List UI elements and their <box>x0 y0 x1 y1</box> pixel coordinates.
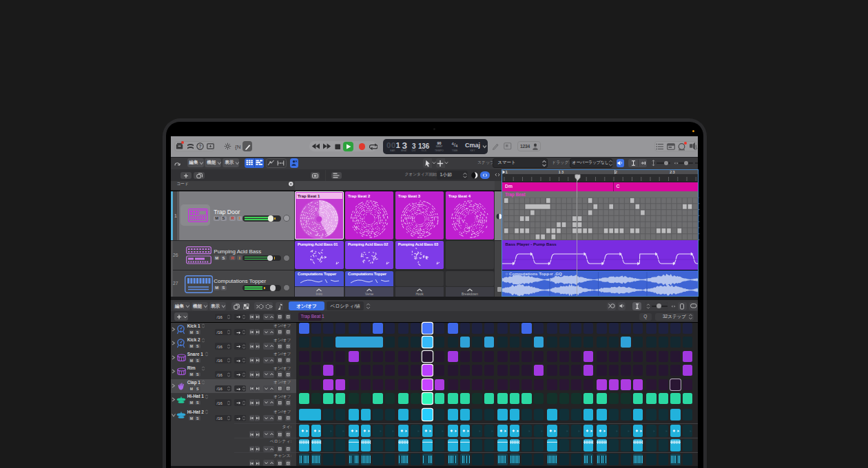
svg-text:?: ? <box>199 144 202 149</box>
svg-text:{N: {N <box>235 144 241 150</box>
